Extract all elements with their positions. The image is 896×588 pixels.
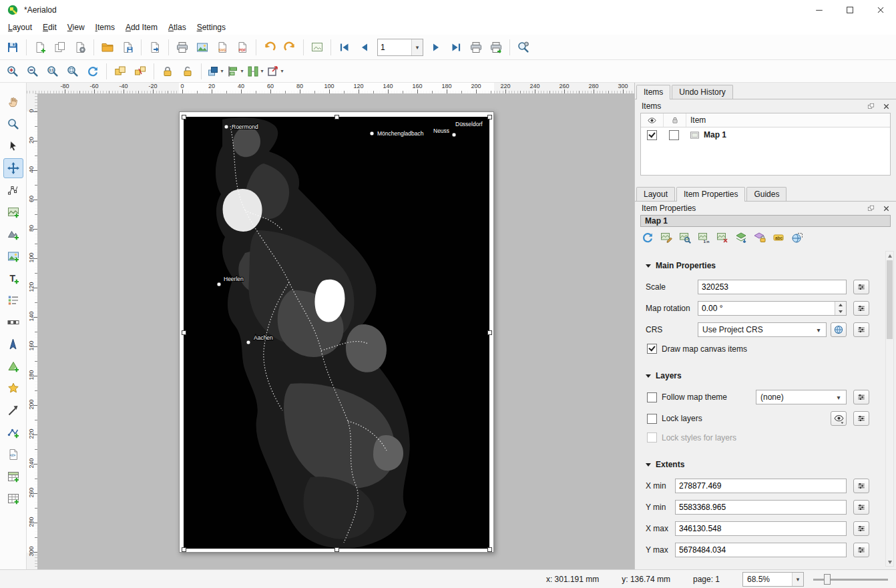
scroll-up-icon[interactable] bbox=[886, 252, 893, 260]
duplicate-layout-button[interactable] bbox=[50, 37, 70, 57]
menu-view[interactable]: View bbox=[62, 21, 90, 34]
select-move-item-tool-button[interactable] bbox=[3, 136, 23, 156]
selection-handle[interactable] bbox=[182, 547, 186, 552]
maximize-button[interactable] bbox=[835, 0, 865, 20]
print-button[interactable] bbox=[172, 37, 192, 57]
item-visibility-checkbox[interactable] bbox=[647, 130, 657, 140]
add-items-from-template-button[interactable] bbox=[145, 37, 165, 57]
refresh-view-button[interactable] bbox=[83, 61, 103, 81]
next-feature-button[interactable] bbox=[426, 37, 446, 57]
add-shape-tool-button[interactable] bbox=[3, 356, 23, 376]
selection-handle[interactable] bbox=[487, 547, 492, 552]
close-panel-icon[interactable] bbox=[882, 204, 891, 213]
data-defined-override-button[interactable] bbox=[853, 390, 869, 404]
add-html-tool-button[interactable]: </> bbox=[3, 445, 23, 465]
labeling-settings-button[interactable]: abc bbox=[770, 229, 787, 246]
close-button[interactable] bbox=[865, 0, 896, 20]
add-legend-tool-button[interactable] bbox=[3, 290, 23, 310]
lock-layers-checkbox[interactable] bbox=[647, 414, 657, 424]
add-north-arrow-tool-button[interactable] bbox=[3, 334, 23, 354]
tab-guides[interactable]: Guides bbox=[746, 187, 787, 201]
ymax-input[interactable] bbox=[675, 543, 847, 557]
data-defined-override-button[interactable] bbox=[853, 301, 869, 316]
zoom-level-combo[interactable]: 68.5% ▾ bbox=[742, 572, 804, 587]
group-items-button[interactable] bbox=[110, 61, 130, 81]
crs-select[interactable]: Use Project CRS ▾ bbox=[698, 322, 827, 337]
data-defined-override-button[interactable] bbox=[853, 479, 869, 493]
select-crs-button[interactable] bbox=[831, 322, 847, 337]
close-panel-icon[interactable] bbox=[882, 102, 891, 111]
move-item-content-tool-button[interactable] bbox=[3, 158, 23, 178]
clipping-settings-button[interactable] bbox=[789, 229, 805, 246]
selection-handle[interactable] bbox=[487, 330, 492, 335]
save-template-button[interactable] bbox=[118, 37, 138, 57]
preview-atlas-button[interactable] bbox=[307, 37, 327, 57]
slider-thumb[interactable] bbox=[824, 574, 831, 585]
minimize-button[interactable] bbox=[804, 0, 835, 20]
layout-canvas[interactable]: RoermondMönchengladbachNeussDüsseldorfHe… bbox=[37, 93, 634, 569]
section-extents[interactable]: Extents bbox=[646, 460, 869, 469]
lock-items-button[interactable] bbox=[158, 61, 178, 81]
distribute-items-button[interactable]: ▾ bbox=[245, 61, 265, 81]
layout-page[interactable]: RoermondMönchengladbachNeussDüsseldorfHe… bbox=[179, 111, 494, 553]
add-arrow-tool-button[interactable] bbox=[3, 400, 23, 420]
add-3d-map-tool-button[interactable] bbox=[3, 224, 23, 244]
export-image-button[interactable] bbox=[192, 37, 212, 57]
properties-scrollbar[interactable] bbox=[885, 251, 894, 567]
ymin-input[interactable] bbox=[675, 500, 847, 515]
float-panel-icon[interactable] bbox=[867, 102, 875, 111]
tab-undo-history[interactable]: Undo History bbox=[672, 85, 732, 99]
item-row-map1[interactable]: Map 1 bbox=[641, 127, 890, 142]
zoom-full-button[interactable] bbox=[63, 61, 83, 81]
unlock-all-items-button[interactable] bbox=[178, 61, 198, 81]
map-item[interactable]: RoermondMönchengladbachNeussDüsseldorfHe… bbox=[184, 117, 489, 549]
redo-button[interactable] bbox=[280, 37, 300, 57]
data-defined-override-button[interactable] bbox=[853, 411, 869, 426]
data-defined-override-button[interactable] bbox=[853, 521, 869, 536]
data-defined-override-button[interactable] bbox=[853, 500, 869, 515]
zoom-tool-button[interactable] bbox=[3, 114, 23, 134]
vertical-ruler[interactable]: 0204060801001201401601802002202402602803… bbox=[27, 93, 38, 569]
ungroup-items-button[interactable] bbox=[130, 61, 150, 81]
section-main-properties[interactable]: Main Properties bbox=[646, 261, 869, 270]
selection-handle[interactable] bbox=[182, 115, 186, 119]
previous-feature-button[interactable] bbox=[355, 37, 375, 57]
lock-layer-styles-button[interactable] bbox=[751, 229, 768, 246]
xmin-input[interactable] bbox=[675, 479, 847, 493]
add-attribute-table-tool-button[interactable] bbox=[3, 467, 23, 487]
new-layout-button[interactable] bbox=[30, 37, 50, 57]
data-defined-override-button[interactable] bbox=[853, 543, 869, 557]
menu-add-item[interactable]: Add Item bbox=[120, 21, 163, 34]
page-combo-arrow-icon[interactable]: ▾ bbox=[411, 39, 423, 55]
data-defined-override-button[interactable] bbox=[853, 322, 869, 337]
item-lock-checkbox[interactable] bbox=[669, 130, 679, 140]
horizontal-ruler[interactable]: -80-60-40-200204060801001201401601802002… bbox=[27, 83, 634, 94]
menu-atlas[interactable]: Atlas bbox=[163, 21, 192, 34]
add-marker-tool-button[interactable] bbox=[3, 378, 23, 398]
tab-item-properties[interactable]: Item Properties bbox=[676, 187, 745, 202]
selection-handle[interactable] bbox=[487, 115, 492, 119]
selection-handle[interactable] bbox=[334, 547, 339, 552]
zoom-to-extent-button[interactable] bbox=[714, 229, 730, 246]
section-layers[interactable]: Layers bbox=[646, 371, 869, 380]
add-node-item-tool-button[interactable] bbox=[3, 422, 23, 443]
export-atlas-button[interactable] bbox=[486, 37, 506, 57]
add-fixed-table-tool-button[interactable] bbox=[3, 489, 23, 509]
map-theme-select[interactable]: (none) ▾ bbox=[756, 390, 847, 404]
visible-layers-button[interactable] bbox=[831, 411, 847, 426]
zoom-in-button[interactable] bbox=[3, 61, 23, 81]
data-defined-override-button[interactable] bbox=[853, 280, 869, 294]
add-map-tool-button[interactable] bbox=[3, 202, 23, 222]
edit-nodes-item-tool-button[interactable] bbox=[3, 180, 23, 200]
spin-down-button[interactable] bbox=[835, 308, 846, 315]
resize-items-button[interactable]: ▾ bbox=[265, 61, 285, 81]
first-feature-button[interactable] bbox=[334, 37, 355, 57]
set-layers-canvas-button[interactable] bbox=[732, 229, 749, 246]
menu-layout[interactable]: Layout bbox=[3, 21, 37, 34]
spin-up-button[interactable] bbox=[835, 302, 846, 308]
export-svg-button[interactable]: SVG bbox=[212, 37, 232, 57]
menu-settings[interactable]: Settings bbox=[192, 21, 231, 34]
tab-items[interactable]: Items bbox=[636, 85, 670, 99]
scrollbar-thumb[interactable] bbox=[887, 260, 893, 339]
draw-map-canvas-items-checkbox[interactable] bbox=[647, 344, 657, 354]
